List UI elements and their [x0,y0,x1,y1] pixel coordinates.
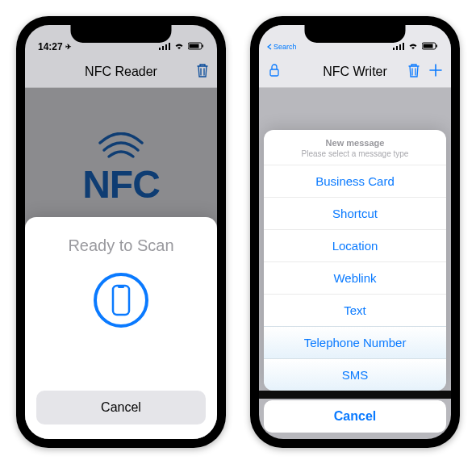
action-item-text[interactable]: Text [264,294,446,326]
cancel-label: Cancel [334,409,376,424]
status-right [159,41,204,52]
notch [71,25,172,43]
back-to-search[interactable]: Search [267,43,297,51]
action-item-weblink[interactable]: Weblink [264,261,446,294]
svg-rect-7 [113,286,129,315]
status-right [393,41,438,52]
nav-bar: NFC Reader [25,56,217,88]
svg-rect-12 [403,43,404,50]
nav-title: NFC Reader [85,65,157,79]
svg-rect-6 [203,45,204,48]
action-item-shortcut[interactable]: Shortcut [264,197,446,229]
svg-rect-0 [159,48,161,50]
signal-icon [159,41,170,52]
action-item-location[interactable]: Location [264,229,446,261]
cancel-button-label: Cancel [101,400,141,415]
battery-icon [188,41,204,52]
status-time: 14:27 [38,41,63,52]
nfc-waves-icon [97,132,145,161]
svg-rect-14 [424,44,433,48]
svg-rect-1 [162,46,164,50]
add-icon[interactable] [428,63,443,81]
action-item-telephone[interactable]: Telephone Number [264,326,446,358]
svg-rect-2 [165,44,167,50]
action-sheet-cancel[interactable]: Cancel [264,400,446,433]
location-icon: ✈︎ [65,43,72,51]
action-sheet: New message Please select a message type… [264,130,446,391]
action-sheet-title: New message [264,138,446,148]
svg-rect-5 [190,44,199,48]
phone-left: 14:27 ✈︎ NFC Reader [16,16,226,448]
status-left: 14:27 ✈︎ [38,41,72,52]
notch [305,25,406,43]
scan-phone-icon [94,273,148,328]
svg-rect-9 [393,48,395,50]
action-item-business-card[interactable]: Business Card [264,165,446,197]
wifi-icon [407,41,419,52]
phone-right: Search 14:27 NFC Writer [250,16,460,448]
lock-icon[interactable] [269,63,280,81]
wifi-icon [173,41,185,52]
trash-icon[interactable] [196,63,209,81]
svg-rect-8 [118,286,124,288]
nfc-logo-text: NFC [82,162,160,207]
battery-icon [422,41,438,52]
svg-rect-3 [169,43,170,50]
sheet-separator [259,391,451,399]
signal-icon [393,41,404,52]
screen: 14:27 ✈︎ NFC Reader [25,25,217,439]
action-sheet-subtitle: Please select a message type [264,149,446,158]
svg-rect-11 [399,44,401,50]
cancel-button[interactable]: Cancel [36,391,206,424]
screen: Search 14:27 NFC Writer [259,25,451,439]
svg-rect-15 [436,45,438,48]
nav-bar: NFC Writer [259,56,451,88]
trash-icon[interactable] [407,63,420,81]
nav-title: NFC Writer [323,65,387,79]
back-label: Search [273,43,297,51]
svg-rect-10 [396,46,398,50]
scan-sheet-title: Ready to Scan [68,236,173,255]
scan-sheet: Ready to Scan Cancel [25,217,217,439]
svg-rect-16 [270,69,278,76]
action-item-sms[interactable]: SMS [264,358,446,391]
